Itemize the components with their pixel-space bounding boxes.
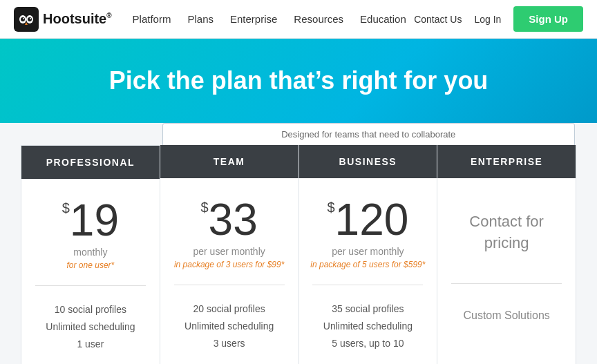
plan-enterprise-price-area: Contact for pricing: [437, 178, 576, 275]
plan-professional-dollar: $: [62, 201, 70, 215]
plan-business-cta: Request a Demo Or Buy now: [299, 360, 437, 364]
plan-enterprise-divider: [451, 283, 562, 284]
plan-team-number: 33: [209, 198, 258, 242]
plan-business: BUSINESS $ 120 per user monthly in packa…: [299, 145, 438, 364]
plan-business-period: per user monthly: [310, 246, 426, 257]
plan-professional-number: 19: [70, 198, 119, 242]
sign-up-button[interactable]: Sign Up: [513, 6, 583, 32]
plan-team: TEAM $ 33 per user monthly in package of…: [160, 145, 299, 364]
contact-us-link[interactable]: Contact Us: [414, 14, 462, 25]
log-in-link[interactable]: Log In: [474, 14, 501, 25]
plan-business-price-main: $ 120: [310, 198, 426, 242]
plan-professional-price-area: $ 19 monthly for one user*: [21, 179, 160, 277]
plan-business-price-area: $ 120 per user monthly in package of 5 u…: [299, 178, 437, 276]
nav-plans[interactable]: Plans: [187, 13, 214, 25]
plan-enterprise-contact-text: Contact for pricing: [448, 198, 565, 268]
plan-enterprise-header: ENTERPRISE: [437, 145, 576, 178]
plan-team-title: TEAM: [167, 156, 292, 167]
plan-business-number: 120: [335, 198, 409, 242]
plan-team-features: 20 social profilesUnlimited scheduling3 …: [173, 294, 285, 364]
hero-headline: Pick the plan that’s right for you: [14, 66, 583, 95]
svg-point-4: [28, 17, 32, 21]
svg-point-5: [23, 18, 24, 19]
plan-team-dollar: $: [200, 200, 208, 214]
nav-platform[interactable]: Platform: [133, 13, 171, 25]
plan-professional-note: for one user*: [32, 260, 149, 270]
plan-professional-header: PROFESSIONAL: [21, 146, 160, 179]
plan-team-header: TEAM: [160, 145, 298, 178]
plan-business-features: 35 social profilesUnlimited scheduling5 …: [312, 294, 424, 360]
plans-row: PROFESSIONAL $ 19 monthly for one user* …: [21, 145, 576, 364]
nav-education[interactable]: Education: [360, 13, 406, 25]
plan-team-period: per user monthly: [171, 246, 287, 257]
nav-resources[interactable]: Resources: [294, 13, 343, 25]
logo[interactable]: Hootsuite®: [14, 7, 112, 32]
nav-right: Contact Us Log In Sign Up: [414, 6, 583, 32]
plan-professional-price-main: $ 19: [32, 198, 149, 242]
plan-business-header: BUSINESS: [299, 145, 437, 178]
plan-professional: PROFESSIONAL $ 19 monthly for one user* …: [21, 145, 160, 364]
logo-wordmark: Hootsuite®: [43, 11, 112, 27]
plan-professional-period: monthly: [32, 247, 149, 258]
nav-enterprise[interactable]: Enterprise: [230, 13, 277, 25]
plan-professional-divider: [35, 285, 146, 286]
collab-label: Designed for teams that need to collabor…: [162, 123, 576, 145]
svg-point-6: [30, 18, 31, 19]
plan-business-divider: [312, 285, 423, 285]
plan-professional-title: PROFESSIONAL: [28, 157, 153, 168]
plan-team-divider: [174, 285, 285, 285]
plan-business-title: BUSINESS: [306, 156, 430, 167]
plan-team-price-area: $ 33 per user monthly in package of 3 us…: [160, 178, 298, 276]
plan-business-dollar: $: [327, 200, 334, 214]
hootsuite-owl-icon: [14, 7, 39, 32]
plan-team-note: in package of 3 users for $99*: [171, 260, 287, 269]
plan-business-note: in package of 5 users for $599*: [310, 260, 426, 269]
plan-enterprise-title: ENTERPRISE: [444, 156, 569, 167]
pricing-section: Designed for teams that need to collabor…: [0, 123, 597, 364]
plan-enterprise-features: Custom Solutions: [452, 292, 560, 364]
plan-professional-features: 10 social profilesUnlimited scheduling1 …: [35, 294, 146, 364]
nav-links: Platform Plans Enterprise Resources Educ…: [133, 13, 415, 26]
plan-enterprise: ENTERPRISE Contact for pricing Custom So…: [437, 145, 576, 364]
collab-wrapper: Designed for teams that need to collabor…: [21, 123, 575, 145]
navbar: Hootsuite® Platform Plans Enterprise Res…: [0, 0, 597, 39]
plan-team-price-main: $ 33: [171, 198, 287, 242]
svg-point-3: [21, 17, 25, 21]
